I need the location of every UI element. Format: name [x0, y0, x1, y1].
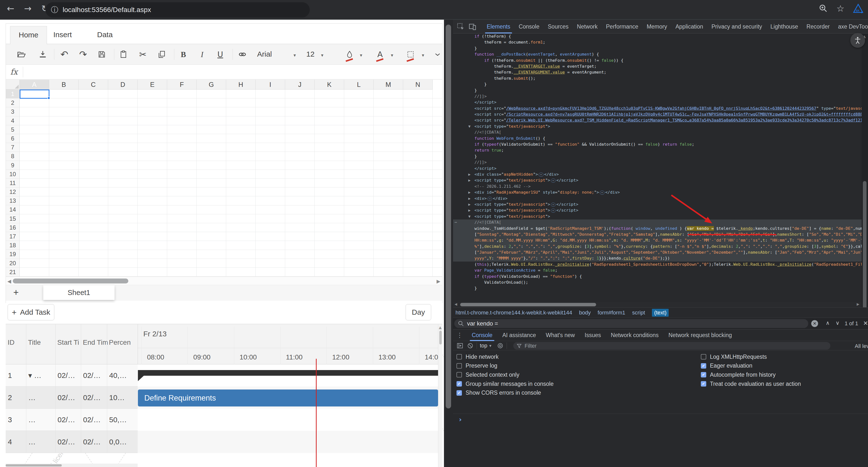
- scroll-thumb[interactable]: [13, 279, 128, 284]
- task-title[interactable]: …: [26, 386, 55, 409]
- context-selector[interactable]: top: [480, 343, 488, 349]
- task-percent[interactable]: 40,…: [107, 364, 138, 386]
- selected-cell-a1[interactable]: [20, 90, 50, 99]
- row-header-3[interactable]: 3: [6, 107, 20, 116]
- task-start[interactable]: 02/…: [55, 386, 81, 409]
- task-title[interactable]: …: [26, 409, 55, 431]
- code-line[interactable]: //]]>: [453, 159, 862, 165]
- checkbox-box[interactable]: ✔: [457, 381, 462, 386]
- code-line[interactable]: ▶<div id="RadAjaxManager1SU" style="disp…: [453, 189, 862, 195]
- row-header-7[interactable]: 7: [6, 143, 20, 152]
- checkbox-box[interactable]: ✔: [701, 381, 706, 386]
- code-line[interactable]: <script src="/ScriptResource.axd?d=nv7as…: [453, 112, 862, 117]
- context-caret-icon[interactable]: ▾: [490, 343, 492, 348]
- row-header-17[interactable]: 17: [6, 232, 20, 241]
- code-horizontal-scrollbar[interactable]: ◀ ▶: [453, 302, 862, 307]
- column-headers[interactable]: ABCDEFGHIJKLMN: [20, 80, 433, 90]
- ellipsis-icon[interactable]: ⋯: [551, 203, 556, 207]
- code-line[interactable]: yyyy",Y: "MMMM yyyy"},"/": ".",":": ":",…: [453, 255, 862, 261]
- breadcrumb-html-t-chrome-t-chrome144-k-webkit-k-webkit144[interactable]: html.t-chrome.t-chrome144.k-webkit.k-web…: [456, 310, 572, 316]
- checkbox-eager-evaluation[interactable]: ✔Eager evaluation: [701, 362, 752, 370]
- task-start[interactable]: 02/…: [55, 431, 81, 453]
- gantt-timeline[interactable]: [138, 364, 438, 467]
- drawer-tab-console[interactable]: Console: [467, 329, 497, 341]
- devtools-tab-axe-devtools[interactable]: axe DevTools: [834, 20, 868, 33]
- code-line[interactable]: if (!theForm) {: [453, 33, 862, 39]
- formula-bar[interactable]: fx: [6, 65, 442, 80]
- ellipsis-icon[interactable]: ⋯: [488, 197, 492, 201]
- checkbox-treat-code-evaluation-as-user-action[interactable]: ✔Treat code evaluation as user action: [701, 380, 801, 387]
- scroll-left-icon[interactable]: ◀: [455, 302, 457, 306]
- summary-task-bar[interactable]: [138, 370, 438, 376]
- previous-match-icon[interactable]: ∧: [826, 320, 830, 326]
- open-file-icon[interactable]: [16, 50, 26, 59]
- text-color-caret-icon[interactable]: ▾: [391, 52, 393, 58]
- live-expression-icon[interactable]: [497, 342, 504, 349]
- page-vertical-scrollbar[interactable]: [444, 20, 453, 467]
- row-header-6[interactable]: 6: [6, 134, 20, 143]
- column-header-i[interactable]: I: [256, 80, 285, 90]
- drawer-tab-network-conditions[interactable]: Network conditions: [606, 329, 663, 341]
- code-line[interactable]: </script>: [453, 99, 862, 105]
- code-line[interactable]: [453, 292, 862, 297]
- devtools-tab-recorder[interactable]: Recorder: [802, 20, 834, 33]
- task-percent[interactable]: 10…: [107, 386, 138, 409]
- checkbox-box[interactable]: ✔: [701, 372, 706, 377]
- code-line[interactable]: //<![CDATA[: [453, 129, 862, 135]
- console-filter-input[interactable]: Filter: [513, 342, 830, 350]
- italic-button[interactable]: I: [197, 50, 207, 59]
- code-line[interactable]: }: [453, 285, 862, 291]
- ribbon-tab-data[interactable]: Data: [89, 26, 121, 44]
- log-levels-select[interactable]: All leve: [855, 343, 868, 349]
- checkbox-box[interactable]: ✔: [457, 390, 462, 396]
- code-line[interactable]: ▼<script type="text/javascript">: [453, 213, 862, 220]
- task-id[interactable]: 4: [6, 431, 26, 453]
- column-header-m[interactable]: M: [374, 80, 403, 90]
- code-line[interactable]: (this);Telerik.Web.UI.RadListBox._preIni…: [453, 262, 862, 267]
- page-info-icon[interactable]: ⓘ: [51, 5, 58, 15]
- add-task-button[interactable]: +Add Task: [8, 304, 54, 320]
- column-header-k[interactable]: K: [315, 80, 344, 90]
- ellipsis-icon[interactable]: ⋯: [551, 209, 556, 212]
- checkbox-box[interactable]: [701, 354, 706, 359]
- accessibility-icon[interactable]: [850, 33, 865, 48]
- row-header-10[interactable]: 10: [6, 170, 20, 179]
- redo-icon[interactable]: ↷: [78, 50, 88, 59]
- select-all-corner[interactable]: [6, 80, 20, 90]
- code-line[interactable]: }: [453, 46, 862, 52]
- task-end[interactable]: 02/…: [81, 386, 107, 409]
- code-line[interactable]: <script src="/Telerik.Web.UI.WebResource…: [453, 117, 862, 123]
- devtools-tab-memory[interactable]: Memory: [643, 20, 671, 33]
- font-name-caret-icon[interactable]: ▾: [293, 52, 296, 58]
- task-end[interactable]: 02/…: [81, 431, 107, 453]
- code-line[interactable]: theForm.__EVENTARGUMENT.value = eventArg…: [453, 69, 862, 75]
- code-line[interactable]: %"],decimals: 2,",": ".",".": ",",groupS…: [453, 243, 862, 250]
- code-line[interactable]: theForm = document.form1;: [453, 39, 862, 45]
- address-bar[interactable]: ⓘ localhost:53566/Default.aspx: [45, 2, 310, 18]
- task-id[interactable]: 3: [6, 409, 26, 431]
- forward-icon[interactable]: →: [24, 3, 31, 13]
- column-header-b[interactable]: B: [49, 80, 79, 90]
- paste-icon[interactable]: [119, 50, 128, 59]
- task-bar-define-requirements[interactable]: Define Requirements: [138, 389, 438, 406]
- code-line[interactable]: </script>: [453, 166, 862, 172]
- row-header-11[interactable]: 11: [6, 179, 20, 187]
- code-line[interactable]: ["Januar","Februar","März","April","Mai"…: [453, 250, 862, 255]
- gantt-vertical-scrollbar[interactable]: ▲: [438, 324, 442, 467]
- code-line[interactable]: <script src="/WebResource.axd?d=pynGkmcF…: [453, 106, 862, 112]
- code-line[interactable]: if (typeof(ValidatorOnLoad) == "function…: [453, 273, 862, 280]
- devtools-tab-console[interactable]: Console: [515, 20, 544, 33]
- close-search-icon[interactable]: ✕: [863, 320, 868, 327]
- code-line[interactable]: if (!theForm.onsubmit || (theForm.onsubm…: [453, 58, 862, 63]
- expand-arrow-icon[interactable]: ▶: [468, 207, 470, 213]
- row-header-5[interactable]: 5: [6, 125, 20, 134]
- undo-icon[interactable]: ↶: [60, 50, 69, 59]
- task-end[interactable]: 02/…: [81, 409, 107, 431]
- clear-console-icon[interactable]: [467, 342, 474, 349]
- code-line[interactable]: //]]>: [453, 93, 862, 99]
- row-header-19[interactable]: 19: [6, 250, 20, 259]
- row-header-13[interactable]: 13: [6, 196, 20, 205]
- elements-tree[interactable]: if (!theForm) { theForm = document.form1…: [453, 33, 862, 302]
- borders-icon[interactable]: [406, 50, 415, 59]
- code-line[interactable]: return true;: [453, 147, 862, 153]
